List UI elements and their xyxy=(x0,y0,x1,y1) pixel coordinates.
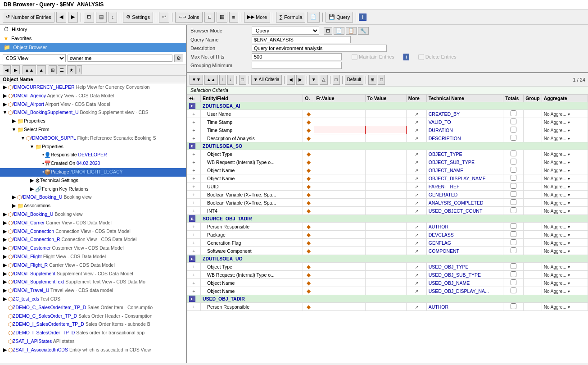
object-type-select[interactable]: CDS View xyxy=(3,54,66,62)
nav-left-btn[interactable]: ◀ xyxy=(3,65,11,74)
tree-item-select-from[interactable]: ▼ 📁 Select From xyxy=(0,126,186,134)
nav-tree-btn[interactable]: ⊞ xyxy=(49,65,57,74)
table-row[interactable]: + Object Name ◆ ↗ OBJECT_DISPLAY_NAME No… xyxy=(187,174,588,182)
more-btn[interactable]: ▶▶ More xyxy=(244,12,270,23)
tree-item-zc-test[interactable]: ▶ ⬡ ZC_test_cds Test CDS xyxy=(0,295,186,304)
tree-item-airport[interactable]: ▶ ⬡ /DMO/I_Airport Airport View - CDS Da… xyxy=(0,100,186,109)
tree-item-travel[interactable]: ▶ ⬡ /DMO/I_Travel_U Travel view - CDS da… xyxy=(0,287,186,295)
qt-default-btn[interactable]: Default xyxy=(345,75,364,85)
sort-btn[interactable]: ↕ xyxy=(109,12,118,23)
j1-btn[interactable]: ⊏ xyxy=(204,12,215,23)
table-row[interactable]: + Object Name ◆ ↗ USED_OBJ_NAME No Aggre… xyxy=(187,279,588,287)
tree-item-booking-u-sub[interactable]: ▶ ⬡ /DMO/I_Booking_U Booking view xyxy=(0,193,186,202)
nav-right-btn[interactable]: ▶ xyxy=(12,65,20,74)
settings-btn[interactable]: ⚙ Settings xyxy=(123,12,153,23)
grid-btn[interactable]: ⊞ xyxy=(84,12,94,23)
tree-item-foreign-keys[interactable]: ▶ 🔗 Foreign Key Relations xyxy=(0,185,186,194)
tree-item-connection-r[interactable]: ▶ ⬡ /DMO/I_Connection_R Connection View … xyxy=(0,236,186,244)
nav-flat-btn[interactable]: ☰ xyxy=(58,65,66,74)
query-btn[interactable]: 💾 Query xyxy=(326,12,353,23)
j2-btn[interactable]: ▦ xyxy=(217,12,227,23)
output-cell[interactable]: ◆ xyxy=(303,110,314,118)
tree-area[interactable]: ▶ ⬡ /DMO/CURRENCY_HELPER Help View for C… xyxy=(0,83,186,363)
query-name-input[interactable] xyxy=(252,36,351,43)
tree-item-zdemo-c-so[interactable]: ⬡ ZDEMO_C_SalesOrder_TP_D Sales Order He… xyxy=(0,312,186,321)
tree-item-tech-settings[interactable]: ▶ ⚙ Technical Settings xyxy=(0,177,186,185)
qt-up1-btn[interactable]: ↑ xyxy=(219,75,226,85)
table-row[interactable]: + INT4 ◆ ↗ USED_OBJECT_COUNT No Aggre...… xyxy=(187,207,588,215)
tree-item-zsat-assoc[interactable]: ▶ ⬡ ZSAT_I_AssociatedInCDS Entity which … xyxy=(0,346,186,355)
tree-item-agency[interactable]: ▶ ⬡ /DMO/I_Agency Agency View - CDS Data… xyxy=(0,92,186,100)
qt-box-btn[interactable]: □ xyxy=(239,75,246,85)
nav-info-btn[interactable]: i xyxy=(77,65,82,74)
fp-btn[interactable]: 📄 xyxy=(307,12,320,23)
qt-nav-left-btn[interactable]: ◀ xyxy=(287,75,295,85)
form-btn-4[interactable]: 🔧 xyxy=(358,27,369,35)
tree-item-zsat-api[interactable]: ⬡ ZSAT_I_APIStates API states xyxy=(0,338,186,346)
group-cell[interactable] xyxy=(524,110,542,118)
undo-btn[interactable]: ↩ xyxy=(159,12,169,23)
tree-item-properties2[interactable]: ▼ 📁 Properties xyxy=(0,143,186,151)
qt-box2-btn[interactable]: □ xyxy=(333,75,340,85)
tree-item-connection[interactable]: ▶ ⬡ /DMO/I_Connection Connection View - … xyxy=(0,228,186,236)
table-row[interactable]: + UUID ◆ ↗ PARENT_REF No Aggre... ▾ xyxy=(187,182,588,191)
table-row[interactable]: + User Name ◆ ↗ CREATED_BY No Ag xyxy=(187,110,588,118)
table-row[interactable]: + WB Request: (Internal) Type o... ◆ ↗ U… xyxy=(187,271,588,279)
tree-item-currency-helper[interactable]: ▶ ⬡ /DMO/CURRENCY_HELPER Help View for C… xyxy=(0,83,186,92)
tree-item-package[interactable]: • 📦 Package /DMO/FLIGHT_LEGACY xyxy=(0,168,186,177)
info-btn[interactable]: i xyxy=(359,14,366,21)
forward-btn[interactable]: ▶ xyxy=(68,12,78,23)
table-row[interactable]: + Boolean Variable (X=True, Spa... ◆ ↗ G… xyxy=(187,191,588,199)
table-row[interactable]: + Object Name ◆ ↗ USED_OBJ_DISPLAY_NA...… xyxy=(187,287,588,295)
table-row[interactable]: + Description of Analysis ◆ ↗ DESCRIPTIO… xyxy=(187,134,588,142)
table-row[interactable]: + Generation Flag ◆ ↗ GENFLAG No Aggre..… xyxy=(187,239,588,247)
tree-item-booking-u[interactable]: ▶ ⬡ /DMO/I_Booking_U Booking view xyxy=(0,210,186,219)
nav-history[interactable]: ⏱ History xyxy=(0,25,186,34)
entity-row-zdutilsoea-uo[interactable]: E ZDUTILSOEA_UO xyxy=(187,255,588,263)
table-row[interactable]: + Software Component ◆ ↗ COMPONENT No Ag… xyxy=(187,247,588,255)
nav-fav-btn[interactable]: ★ xyxy=(67,65,76,74)
nav-prev-btn[interactable]: ▲ xyxy=(37,65,46,74)
tree-item-flight[interactable]: ▶ ⬡ /DMO/I_Flight Flight View - CDS Data… xyxy=(0,253,186,261)
nav-up-btn[interactable]: ▲▲ xyxy=(23,65,36,74)
qt-grid-btn[interactable]: ⊞ xyxy=(368,75,376,85)
search-input[interactable] xyxy=(68,55,172,62)
qt-box3-btn[interactable]: □ xyxy=(378,75,385,85)
search-settings-btn[interactable]: ⚙ xyxy=(174,55,183,62)
field-add-btn[interactable]: + xyxy=(187,110,201,118)
refresh-btn[interactable]: ↺ Number of Entries xyxy=(3,12,54,23)
back-btn[interactable]: ◀ xyxy=(56,12,66,23)
table-row[interactable]: + WB Request: (Internal) Type o... ◆ ↗ O… xyxy=(187,158,588,166)
table-row[interactable]: + Object Type ◆ ↗ OBJECT_TYPE No Aggre..… xyxy=(187,150,588,158)
tree-item-customer[interactable]: ▶ ⬡ /DMO/I_Customer Customer View - CDS … xyxy=(0,244,186,253)
data-table-container[interactable]: +/- Entity/Field O. Fr.Value To Value Mo… xyxy=(187,94,588,363)
tree-item-booking-supplement[interactable]: ▼ ⬡ /DMO/I_BookingSupplement_U Booking S… xyxy=(0,109,186,117)
fr-value-cell[interactable] xyxy=(314,110,366,118)
table-row[interactable]: + Boolean Variable (X=True, Spa... ◆ ↗ A… xyxy=(187,199,588,207)
tree-item-supplement[interactable]: ▶ ⬡ /DMO/I_Supplement Supplement View - … xyxy=(0,270,186,278)
qt-all-criteria-btn[interactable]: ▼ All Criteria xyxy=(251,75,282,85)
nav-favorites[interactable]: ★ Favorites xyxy=(0,34,186,43)
tree-item-zdemo-i-soi[interactable]: ⬡ ZDEMO_I_SalesOrderItem_TP_D Sales Orde… xyxy=(0,320,186,329)
table-row[interactable]: + Object Type ◆ ↗ USED_OBJ_TYPE No Aggre… xyxy=(187,263,588,271)
info-btn2[interactable]: i xyxy=(403,54,409,60)
entity-row-zdutilsoea-ai[interactable]: E ZDUTILSOEA_AI xyxy=(187,102,588,110)
table-row[interactable]: + Object Name ◆ ↗ OBJECT_NAME No Aggre..… xyxy=(187,166,588,174)
more-cell[interactable]: ↗ xyxy=(406,110,426,118)
form-btn-3[interactable]: 📋 xyxy=(346,27,357,35)
tree-item-properties1[interactable]: ▶ 📁 Properties xyxy=(0,117,186,126)
to-value-cell[interactable] xyxy=(365,110,406,118)
table-row[interactable]: + Person Responsible ◆ ↗ AUTHOR No Aggre… xyxy=(187,303,588,311)
max-hits-input[interactable] xyxy=(252,53,342,60)
browser-mode-select[interactable]: Query xyxy=(252,27,319,35)
tree-item-book-suppl[interactable]: ▼ ⬡ /DMO/BOOK_SUPPL Flight Reference Sce… xyxy=(0,134,186,143)
entity-add-minus[interactable]: E xyxy=(187,102,201,110)
qt-down1-btn[interactable]: ↓ xyxy=(227,75,234,85)
table-row[interactable]: + Time Stamp ◆ ↗ VALID_TO No Aggre... ▾ xyxy=(187,118,588,126)
tree-item-supplement-text[interactable]: ▶ ⬡ /DMO/I_SupplementText Supplement Tex… xyxy=(0,278,186,287)
tree-item-zdemo-c-soi[interactable]: ⬡ ZDEMO_C_SalesOrderItem_TP_D Sales Orde… xyxy=(0,304,186,312)
qt-expand-btn[interactable]: ▼▼ xyxy=(190,75,203,85)
nav-object-browser[interactable]: 📁 Object Browser xyxy=(0,43,186,52)
grouping-min-input[interactable] xyxy=(252,62,342,69)
form-btn-1[interactable]: ⊞ xyxy=(324,27,332,35)
